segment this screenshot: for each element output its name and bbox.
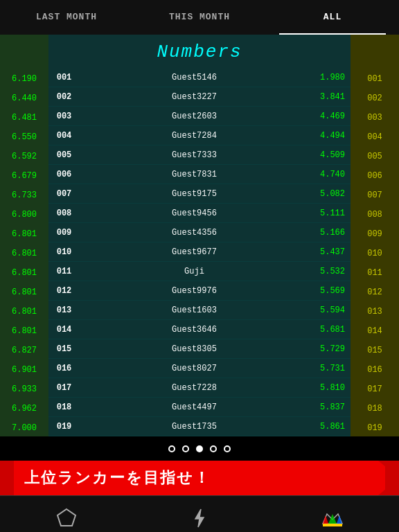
name-cell: Guest1735 <box>80 422 309 432</box>
svg-marker-1 <box>195 509 204 527</box>
right-rank-value: 009 <box>351 224 399 244</box>
left-score-value: 6.801 <box>0 283 48 302</box>
table-row: 009 Guest4356 5.166 <box>48 223 351 242</box>
right-rank-value: 007 <box>351 186 399 205</box>
left-score-value: 6.733 <box>0 186 48 205</box>
right-rank-value: 002 <box>351 89 399 108</box>
tab-this-month[interactable]: THIS MONTH <box>133 0 266 35</box>
rank-cell: 016 <box>48 364 80 373</box>
right-rank-value: 003 <box>351 108 399 127</box>
leaderboard-title: Numbers <box>48 35 351 68</box>
score-cell: 5.532 <box>309 267 351 276</box>
table-row: 006 Guest7831 4.740 <box>48 165 351 184</box>
score-cell: 5.729 <box>309 344 351 354</box>
tab-last-month[interactable]: LAST MONTH <box>0 0 133 35</box>
name-cell: Guest5146 <box>80 73 309 82</box>
svg-marker-4 <box>328 514 337 524</box>
right-rank-value: 010 <box>351 244 399 263</box>
score-cell: 4.494 <box>309 131 351 141</box>
right-rank-value: 017 <box>351 380 399 399</box>
score-cell: 5.437 <box>309 247 351 257</box>
left-score-value: 6.827 <box>0 341 48 360</box>
rank-cell: 011 <box>48 267 80 276</box>
right-rank-value: 013 <box>351 302 399 321</box>
tab-bar: LAST MONTH THIS MONTH ALL <box>0 0 399 35</box>
right-rank-value: 018 <box>351 399 399 418</box>
score-cell: 5.810 <box>309 383 351 393</box>
right-rank-value: 016 <box>351 360 399 380</box>
score-cell: 4.469 <box>309 112 351 121</box>
name-cell: Guest7333 <box>80 150 309 160</box>
rank-cell: 009 <box>48 228 80 238</box>
name-cell: Guest9456 <box>80 209 309 218</box>
pagination-dot[interactable] <box>224 445 231 452</box>
left-score-value: 6.481 <box>0 108 48 127</box>
rank-cell: 001 <box>48 73 80 82</box>
table-row: 010 Guest9677 5.437 <box>48 242 351 262</box>
rank-cell: 012 <box>48 286 80 296</box>
right-rank-value: 015 <box>351 341 399 360</box>
rank-cell: 004 <box>48 131 80 141</box>
name-cell: Guest8305 <box>80 344 309 354</box>
pagination-dot[interactable] <box>168 445 175 452</box>
right-rank-value: 006 <box>351 166 399 186</box>
main-area: 6.1906.4406.4816.5506.5926.6796.7336.800… <box>0 35 399 436</box>
score-cell: 5.681 <box>309 325 351 335</box>
pagination-dot[interactable] <box>210 445 217 452</box>
crown-icon <box>320 506 345 531</box>
rank-cell: 019 <box>48 422 80 432</box>
score-cell: 3.841 <box>309 92 351 102</box>
score-cell: 4.509 <box>309 150 351 160</box>
score-cell: 5.111 <box>309 209 351 218</box>
svg-marker-5 <box>337 515 342 524</box>
rank-cell: 006 <box>48 170 80 179</box>
name-cell: Guest1603 <box>80 305 309 315</box>
table-row: 011 Guji 5.532 <box>48 262 351 281</box>
name-cell: Guest7831 <box>80 170 309 179</box>
left-score-value: 6.800 <box>0 205 48 224</box>
name-cell: Guest9175 <box>80 189 309 199</box>
left-score-value: 6.190 <box>0 69 48 89</box>
left-score-value: 6.801 <box>0 263 48 283</box>
name-cell: Guest4356 <box>80 228 309 238</box>
name-cell: Guest7228 <box>80 383 309 393</box>
table-row: 015 Guest8305 5.729 <box>48 339 351 359</box>
score-cell: 5.837 <box>309 402 351 412</box>
right-rank-value: 008 <box>351 205 399 224</box>
rank-cell: 018 <box>48 402 80 412</box>
bottom-nav: SCORE GAME RANKING <box>0 495 399 532</box>
nav-game[interactable]: GAME <box>133 506 266 532</box>
left-score-value: 6.592 <box>0 147 48 166</box>
right-rank-value: 014 <box>351 321 399 341</box>
right-rank-value: 011 <box>351 263 399 283</box>
pagination-dot[interactable] <box>182 445 189 452</box>
left-score-value: 6.801 <box>0 244 48 263</box>
table-row: 012 Guest9976 5.569 <box>48 281 351 301</box>
banner-text: 上位ランカーを目指せ！ <box>24 468 211 488</box>
leaderboard-rows: 001 Guest5146 1.980 002 Guest3227 3.841 … <box>48 68 351 436</box>
table-row: 016 Guest8027 5.731 <box>48 359 351 378</box>
left-score-value: 6.440 <box>0 89 48 108</box>
table-row: 014 Guest3646 5.681 <box>48 320 351 339</box>
name-cell: Guest8027 <box>80 364 309 373</box>
score-cell: 4.740 <box>309 170 351 179</box>
left-score-value: 6.550 <box>0 127 48 147</box>
table-row: 018 Guest4497 5.837 <box>48 398 351 417</box>
score-cell: 5.082 <box>309 189 351 199</box>
pentagon-icon <box>54 506 79 531</box>
table-row: 008 Guest9456 5.111 <box>48 204 351 223</box>
pagination-dot[interactable] <box>196 445 203 452</box>
tab-all[interactable]: ALL <box>266 0 399 35</box>
score-cell: 1.980 <box>309 73 351 82</box>
banner-inner: 上位ランカーを目指せ！ <box>14 461 399 495</box>
name-cell: Guest3646 <box>80 325 309 335</box>
nav-score[interactable]: SCORE <box>0 506 133 532</box>
banner: 上位ランカーを目指せ！ <box>0 461 399 495</box>
nav-ranking[interactable]: RANKING <box>266 506 399 532</box>
right-rank-value: 001 <box>351 69 399 89</box>
table-row: 002 Guest3227 3.841 <box>48 87 351 107</box>
table-row: 001 Guest5146 1.980 <box>48 68 351 87</box>
left-score-value: 6.933 <box>0 380 48 399</box>
name-cell: Guest9677 <box>80 247 309 257</box>
table-row: 005 Guest7333 4.509 <box>48 145 351 165</box>
